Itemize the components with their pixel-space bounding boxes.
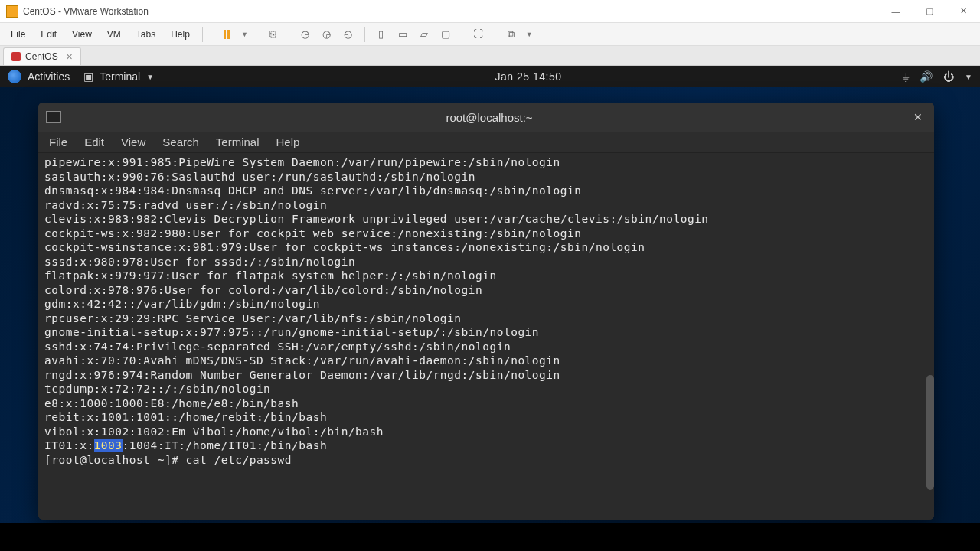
- term-menu-edit[interactable]: Edit: [84, 135, 104, 148]
- terminal-titlebar[interactable]: root@localhost:~ ✕: [38, 103, 934, 132]
- term-line: avahi:x:70:70:Avahi mDNS/DNS-SD Stack:/v…: [44, 354, 928, 368]
- close-button[interactable]: ✕: [952, 4, 974, 19]
- term-line: gnome-initial-setup:x:977:975::/run/gnom…: [44, 325, 928, 340]
- terminal-icon: ▣: [83, 70, 93, 83]
- separator: [462, 27, 462, 42]
- app-menu-terminal[interactable]: ▣ Terminal ▼: [83, 70, 154, 83]
- term-menu-help[interactable]: Help: [276, 135, 300, 148]
- term-menu-view[interactable]: View: [121, 135, 145, 148]
- term-line: sshd:x:74:74:Privilege-separated SSH:/va…: [44, 340, 928, 354]
- vm-tab-label: CentOS: [25, 51, 58, 62]
- terminal-menubar: File Edit View Search Terminal Help: [38, 132, 934, 153]
- tab-close-icon[interactable]: ✕: [66, 52, 73, 62]
- term-line: clevis:x:983:982:Clevis Decryption Frame…: [44, 212, 928, 227]
- term-line: vibol:x:1002:1002:Em Vibol:/home/vibol:/…: [44, 425, 928, 439]
- terminal-window: root@localhost:~ ✕ File Edit View Search…: [38, 103, 934, 520]
- term-menu-file[interactable]: File: [49, 135, 67, 148]
- black-border-bottom: [0, 523, 980, 551]
- snapshot-revert-button[interactable]: ◶: [318, 26, 335, 43]
- separator: [364, 27, 365, 42]
- terminal-close-button[interactable]: ✕: [910, 109, 926, 126]
- terminal-scrollbar[interactable]: [926, 375, 934, 490]
- terminal-window-icon: [46, 111, 61, 123]
- term-line: sssd:x:980:978:User for sssd:/:/sbin/nol…: [44, 255, 928, 269]
- menu-edit[interactable]: Edit: [34, 26, 63, 43]
- term-prompt: [root@localhost ~]# cat /etc/passwd: [44, 453, 928, 468]
- vmware-titlebar: CentOS - VMware Workstation — ▢ ✕: [0, 0, 980, 23]
- snapshot-take-button[interactable]: ◷: [297, 26, 314, 43]
- term-line: rngd:x:976:974:Random Number Generator D…: [44, 368, 928, 383]
- separator: [202, 27, 203, 42]
- maximize-button[interactable]: ▢: [919, 4, 940, 19]
- term-line: cockpit-wsinstance:x:981:979:User for co…: [44, 240, 928, 255]
- separator: [289, 27, 289, 42]
- term-line: e8:x:1000:1000:E8:/home/e8:/bin/bash: [44, 396, 928, 411]
- menu-file[interactable]: File: [5, 26, 31, 43]
- chevron-down-icon: ▼: [965, 73, 972, 81]
- window-controls: — ▢ ✕: [885, 4, 974, 19]
- gnome-topbar: Activities ▣ Terminal ▼ Jan 25 14:50 ⏚ 🔊…: [0, 66, 980, 87]
- dropdown-icon[interactable]: ▼: [526, 31, 533, 38]
- unity-button[interactable]: ⧉: [503, 26, 520, 43]
- vm-tab-centos[interactable]: CentOS ✕: [3, 47, 81, 65]
- term-line: rpcuser:x:29:29:RPC Service User:/var/li…: [44, 311, 928, 326]
- term-line: radvd:x:75:75:radvd user:/:/sbin/nologin: [44, 198, 928, 213]
- layout-button-3[interactable]: ▱: [416, 26, 433, 43]
- menu-help[interactable]: Help: [165, 26, 196, 43]
- activities-label: Activities: [28, 70, 70, 83]
- send-ctrl-alt-del-button[interactable]: ⎘: [264, 26, 281, 43]
- layout-button-4[interactable]: ▢: [437, 26, 454, 43]
- mouse-selection: 1003: [94, 439, 122, 452]
- layout-button-1[interactable]: ▯: [373, 26, 390, 43]
- activities-icon: [8, 70, 21, 83]
- menu-tabs[interactable]: Tabs: [130, 26, 162, 43]
- menu-vm[interactable]: VM: [101, 26, 127, 43]
- network-icon: ⏚: [903, 70, 909, 83]
- vmware-menubar: File Edit View VM Tabs Help ▼ ⎘ ◷ ◶ ◵ ▯ …: [0, 23, 980, 46]
- term-line: tcpdump:x:72:72::/:/sbin/nologin: [44, 382, 928, 396]
- term-line: saslauth:x:990:76:Saslauthd user:/run/sa…: [44, 170, 928, 184]
- vmware-app-icon: [6, 5, 18, 18]
- clock[interactable]: Jan 25 14:50: [154, 70, 903, 83]
- menu-view[interactable]: View: [66, 26, 98, 43]
- gnome-desktop: Activities ▣ Terminal ▼ Jan 25 14:50 ⏚ 🔊…: [0, 66, 980, 551]
- volume-icon: 🔊: [920, 70, 933, 83]
- snapshot-manager-button[interactable]: ◵: [340, 26, 357, 43]
- power-icon: ⏻: [943, 70, 954, 83]
- minimize-button[interactable]: —: [885, 4, 906, 19]
- vmware-window-title: CentOS - VMware Workstation: [23, 6, 885, 17]
- chevron-down-icon: ▼: [146, 73, 154, 81]
- fullscreen-button[interactable]: ⛶: [470, 26, 487, 43]
- term-line: gdm:x:42:42::/var/lib/gdm:/sbin/nologin: [44, 297, 928, 311]
- vmware-toolbar: ▼ ⎘ ◷ ◶ ◵ ▯ ▭ ▱ ▢ ⛶ ⧉ ▼: [218, 26, 533, 43]
- term-line: dnsmasq:x:984:984:Dnsmasq DHCP and DNS s…: [44, 184, 928, 198]
- dropdown-icon[interactable]: ▼: [241, 31, 248, 38]
- term-menu-terminal[interactable]: Terminal: [216, 135, 260, 148]
- term-line: rebit:x:1001:1001::/home/rebit:/bin/bash: [44, 410, 928, 425]
- vmware-tabstrip: CentOS ✕: [0, 46, 980, 66]
- terminal-title: root@localhost:~: [69, 111, 910, 124]
- activities-button[interactable]: Activities: [8, 70, 70, 83]
- term-line: flatpak:x:979:977:User for flatpak syste…: [44, 269, 928, 283]
- term-line: cockpit-ws:x:982:980:User for cockpit we…: [44, 227, 928, 241]
- term-menu-search[interactable]: Search: [162, 135, 199, 148]
- vm-display[interactable]: Activities ▣ Terminal ▼ Jan 25 14:50 ⏚ 🔊…: [0, 66, 980, 551]
- separator: [256, 27, 256, 42]
- app-menu-label: Terminal: [100, 70, 140, 83]
- layout-button-2[interactable]: ▭: [394, 26, 411, 43]
- centos-tab-icon: [11, 52, 21, 61]
- term-line-it01: IT01:x:1003:1004:IT:/home/IT01:/bin/bash: [44, 439, 928, 453]
- term-line: colord:x:978:976:User for colord:/var/li…: [44, 283, 928, 298]
- pause-vm-button[interactable]: [218, 26, 235, 43]
- terminal-body[interactable]: pipewire:x:991:985:PipeWire System Daemo…: [38, 153, 934, 520]
- separator: [495, 27, 495, 42]
- term-line: pipewire:x:991:985:PipeWire System Daemo…: [44, 155, 928, 170]
- system-status-area[interactable]: ⏚ 🔊 ⏻ ▼: [903, 70, 972, 83]
